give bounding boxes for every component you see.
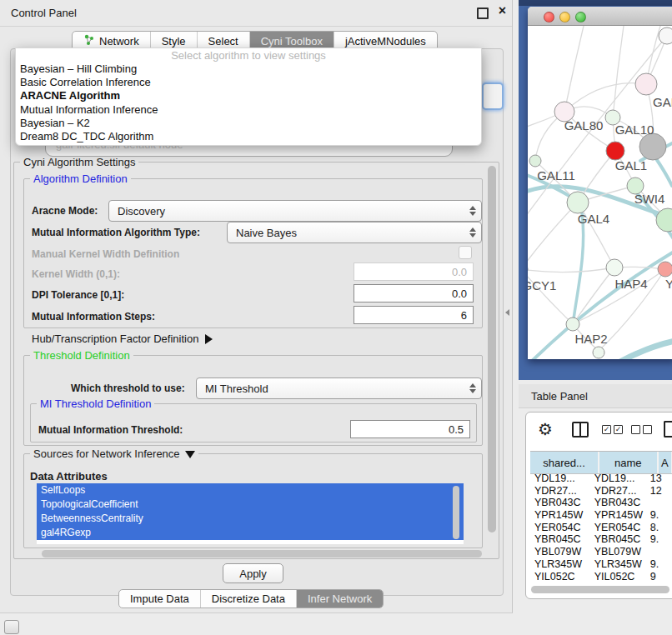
algorithm-option-bayesian-k2[interactable]: Bayesian – K2 [16, 117, 481, 130]
algorithm-option-aracne-algorithm[interactable]: ARACNE Algorithm [16, 89, 481, 102]
node-label-gal80: GAL80 [564, 118, 604, 132]
network-node[interactable] [566, 318, 579, 331]
network-node[interactable] [639, 133, 666, 160]
splitter-handle[interactable] [504, 308, 511, 317]
attribute-item-selfloops[interactable]: SelfLoops [37, 483, 464, 498]
network-edge [528, 269, 573, 324]
screen: Control Panel × NetworkStyleSelectCyni T… [0, 0, 672, 635]
toolbar-extra-icon[interactable] [664, 421, 672, 438]
which-threshold-combo[interactable]: MI Threshold [196, 378, 482, 399]
table-cell: YPR145W [530, 509, 590, 522]
node-label-y: Y [665, 277, 672, 291]
table-cell: YBR043C [530, 497, 590, 509]
table-row[interactable]: YER054CYER054C8. [530, 522, 672, 534]
table-cell: 8. [646, 522, 672, 534]
table-row[interactable]: YBL079WYBL079W [530, 546, 672, 558]
table-cell [646, 497, 672, 509]
algorithm-option-dream8-dc-tdc-algorithm[interactable]: Dream8 DC_TDC Algorithm [16, 130, 481, 143]
tab-infer-network[interactable]: Infer Network [296, 590, 383, 608]
dpi-tolerance-label: DPI Tolerance [0,1]: [32, 289, 124, 301]
data-attributes-label: Data Attributes [30, 470, 108, 482]
table-cell: YBR045C [530, 533, 590, 546]
dpi-tolerance-field[interactable]: 0.0 [354, 284, 474, 302]
minimized-panel-button[interactable] [4, 620, 19, 634]
network-icon [83, 34, 95, 48]
settings-vertical-scrollbar[interactable] [488, 166, 496, 532]
data-attributes-list: SelfLoopsTopologicalCoefficientBetweenne… [37, 483, 464, 544]
column-header-shared[interactable]: shared... [530, 452, 599, 473]
network-desktop: GALGAL80GAL10GAL1GAL11SWI4GAL4GCY1HAP4YH… [519, 0, 672, 380]
table-cell: YDL19... [590, 472, 646, 485]
apply-button[interactable]: Apply [223, 563, 283, 583]
network-window-titlebar[interactable] [528, 7, 672, 26]
table-row[interactable]: YBR043CYBR043C [530, 497, 672, 509]
table-row[interactable]: YDR27...YDR27...12 [530, 485, 672, 498]
table-horizontal-scrollbar[interactable] [531, 586, 669, 593]
network-node[interactable] [529, 155, 541, 167]
attribute-item-topologicalcoefficient[interactable]: TopologicalCoefficient [37, 498, 464, 512]
minimize-window-icon[interactable] [559, 12, 570, 22]
aracne-mode-value: Discovery [118, 205, 165, 218]
algorithm-option-basic-correlation-inference[interactable]: Basic Correlation Inference [16, 76, 481, 89]
select-all-icon[interactable]: ✓✓ [602, 425, 623, 434]
network-canvas[interactable]: GALGAL80GAL10GAL1GAL11SWI4GAL4GCY1HAP4YH… [528, 26, 672, 359]
network-node[interactable] [658, 262, 672, 277]
collapsed-arrow-icon [205, 334, 213, 344]
hub-definition-expander[interactable]: Hub/Transcription Factor Definition [32, 332, 213, 345]
mi-type-combo[interactable]: Naive Bayes [227, 222, 482, 243]
table-row[interactable]: YIL052CYIL052C9 [530, 571, 672, 583]
gear-icon[interactable]: ⚙ [538, 419, 553, 439]
table-panel-title: Table Panel [531, 390, 588, 402]
mi-threshold-label: Mutual Information Threshold: [38, 424, 183, 436]
mi-threshold-field[interactable]: 0.5 [350, 420, 470, 438]
node-label-swi4: SWI4 [634, 192, 665, 206]
table-panel-header: Table Panel [519, 384, 672, 408]
column-header-a[interactable]: A [659, 452, 672, 473]
table-row[interactable]: YLR345WYLR345W9. [530, 558, 672, 571]
which-threshold-value: MI Threshold [205, 382, 268, 395]
tab-discretize-data[interactable]: Discretize Data [200, 590, 296, 608]
table-row[interactable]: YDL19...YDL19...13 [530, 472, 672, 485]
zoom-window-icon[interactable] [575, 12, 586, 22]
algorithm-option-mutual-information-inference[interactable]: Mutual Information Inference [16, 103, 481, 117]
table-row[interactable]: YPR145WYPR145W9. [530, 509, 672, 522]
network-node[interactable] [635, 73, 657, 95]
network-node[interactable] [606, 259, 623, 276]
attribute-item-gal4rgexp[interactable]: gal4RGexp [37, 526, 464, 540]
expanded-arrow-icon [185, 451, 195, 458]
table-cell: YDR27... [530, 485, 590, 498]
float-panel-icon[interactable] [477, 8, 489, 19]
tab-impute-data[interactable]: Impute Data [119, 590, 200, 608]
algorithm-definition-title: Algorithm Definition [30, 172, 131, 185]
close-panel-icon[interactable]: × [499, 3, 506, 18]
network-node[interactable] [659, 28, 672, 44]
algorithm-option-bayesian-hill-climbing[interactable]: Bayesian – Hill Climbing [16, 62, 481, 76]
inference-combo-fragment[interactable] [482, 82, 504, 110]
manual-kernel-checkbox[interactable] [459, 246, 472, 259]
table-cell: YLR345W [530, 558, 590, 571]
sources-title[interactable]: Sources for Network Inference [30, 448, 198, 460]
close-window-icon[interactable] [544, 12, 554, 22]
deselect-all-icon[interactable] [631, 425, 652, 434]
network-node[interactable] [567, 192, 589, 213]
kernel-width-value: 0.0 [452, 266, 467, 278]
kernel-width-field[interactable]: 0.0 [354, 262, 474, 281]
mi-threshold-value: 0.5 [449, 423, 464, 436]
aracne-mode-combo[interactable]: Discovery [108, 200, 482, 222]
settings-horizontal-scrollbar[interactable] [42, 550, 482, 558]
table-cell: YDL19... [530, 472, 590, 485]
split-columns-icon[interactable] [572, 422, 589, 438]
attributes-vertical-scrollbar[interactable] [453, 486, 459, 539]
control-panel-window: Control Panel × NetworkStyleSelectCyni T… [0, 0, 513, 613]
column-header-name[interactable]: name [599, 452, 659, 473]
attribute-item-betweennesscentrality[interactable]: BetweennessCentrality [37, 512, 464, 526]
mi-steps-field[interactable]: 6 [354, 306, 474, 324]
network-node[interactable] [606, 142, 624, 160]
cyni-bottom-tabs: Impute DataDiscretize DataInfer Network [118, 589, 384, 608]
kernel-width-label: Kernel Width (0,1): [32, 268, 120, 280]
table-cell: YBR045C [590, 533, 646, 546]
control-panel-titlebar: Control Panel × [0, 0, 512, 27]
table-cell: YER054C [590, 522, 646, 534]
network-node[interactable] [593, 347, 604, 358]
table-row[interactable]: YBR045CYBR045C9. [530, 533, 672, 546]
